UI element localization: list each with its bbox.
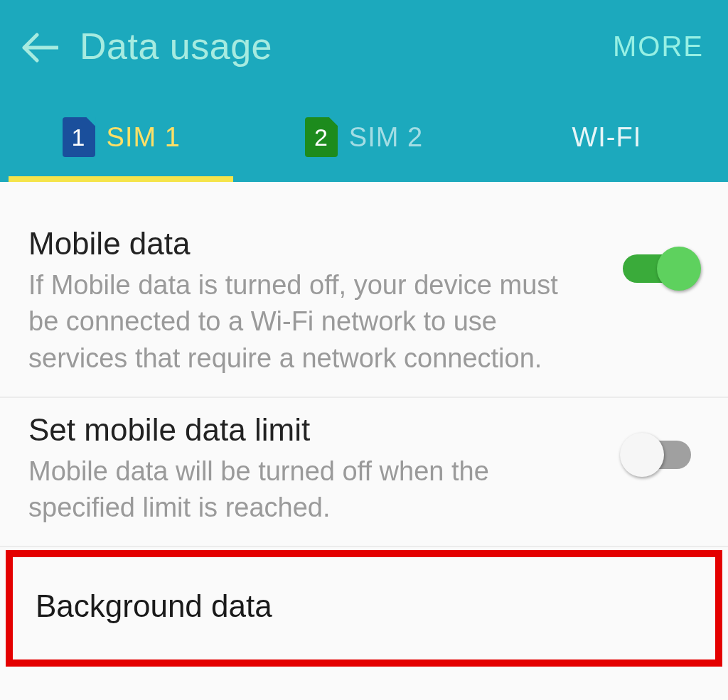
tab-sim2[interactable]: 2 SIM 2 — [242, 92, 485, 182]
tab-wifi[interactable]: WI-FI — [486, 92, 728, 182]
data-limit-desc: Mobile data will be turned off when the … — [28, 453, 583, 527]
mobile-data-desc: If Mobile data is turned off, your devic… — [28, 267, 583, 377]
mobile-data-title: Mobile data — [28, 226, 606, 262]
tab-sim1[interactable]: 1 SIM 1 — [0, 92, 242, 182]
tab-sim1-label: SIM 1 — [107, 122, 181, 153]
tab-wifi-label: WI-FI — [572, 122, 641, 153]
sim1-icon: 1 — [63, 117, 95, 157]
row-data-limit[interactable]: Set mobile data limit Mobile data will b… — [0, 398, 728, 548]
row-data-limit-text: Set mobile data limit Mobile data will b… — [28, 412, 606, 527]
settings-list: Mobile data If Mobile data is turned off… — [0, 182, 728, 667]
background-data-title: Background data — [36, 588, 692, 624]
active-tab-underline — [9, 176, 233, 182]
data-limit-title: Set mobile data limit — [28, 412, 606, 448]
more-button[interactable]: MORE — [613, 31, 704, 63]
back-icon[interactable] — [21, 32, 58, 63]
row-mobile-data[interactable]: Mobile data If Mobile data is turned off… — [0, 212, 728, 398]
page-title: Data usage — [80, 25, 613, 68]
app-bar: Data usage MORE — [0, 0, 728, 92]
mobile-data-toggle[interactable] — [623, 249, 700, 289]
data-limit-toggle[interactable] — [623, 435, 700, 475]
tab-bar: 1 SIM 1 2 SIM 2 WI-FI — [0, 92, 728, 182]
row-background-data[interactable]: Background data — [6, 550, 722, 667]
tab-sim2-label: SIM 2 — [349, 122, 423, 153]
sim2-icon: 2 — [305, 117, 338, 157]
row-mobile-data-text: Mobile data If Mobile data is turned off… — [28, 226, 606, 377]
